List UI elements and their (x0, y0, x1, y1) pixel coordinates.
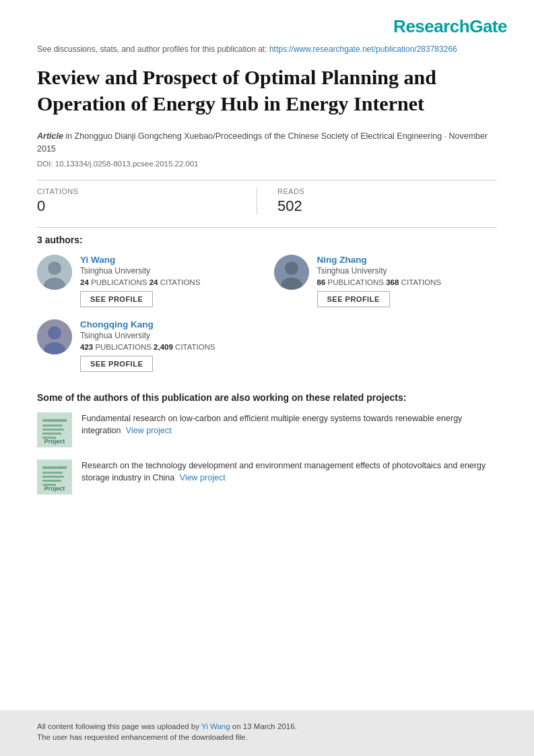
author-name-ning-zhang[interactable]: Ning Zhang (317, 255, 498, 265)
reads-box: READS 502 (257, 187, 497, 215)
article-title: Review and Prospect of Optimal Planning … (37, 64, 497, 117)
avatar-ning-zhang (274, 255, 309, 290)
yi-wang-citations: 24 (149, 278, 158, 286)
divider-top (37, 180, 497, 181)
related-projects-heading: Some of the authors of this publication … (37, 392, 497, 403)
authors-row-1: Yi Wang Tsinghua University 24 PUBLICATI… (37, 255, 497, 307)
article-doi: DOI: 10.13334/j.0258-8013.pcsee.2015.22.… (37, 160, 497, 168)
avatar-chongqing-kang (37, 319, 72, 354)
svg-point-1 (48, 261, 61, 275)
author-stats-chongqing-kang: 423 PUBLICATIONS 2,409 CITATIONS (80, 343, 267, 351)
researchgate-logo: ResearchGate (393, 16, 507, 37)
stats-row: CITATIONS 0 READS 502 (37, 187, 497, 215)
footer-date: on 13 March 2016. (232, 722, 297, 730)
author-affiliation-yi-wang: Tsinghua University (80, 266, 261, 276)
author-info-yi-wang: Yi Wang Tsinghua University 24 PUBLICATI… (80, 255, 261, 307)
reads-label: READS (277, 187, 497, 195)
article-in: in (65, 131, 74, 141)
ning-zhang-citations: 368 (386, 278, 399, 286)
yi-wang-pub-label: PUBLICATIONS (91, 278, 147, 286)
footer: All content following this page was uplo… (0, 710, 534, 756)
svg-rect-12 (42, 429, 64, 431)
chongqing-kang-citations: 2,409 (154, 343, 173, 351)
ning-zhang-publications: 86 (317, 278, 326, 286)
svg-rect-10 (42, 419, 67, 422)
author-card-chongqing-kang: Chongqing Kang Tsinghua University 423 P… (37, 319, 267, 372)
citations-label: CITATIONS (37, 187, 257, 195)
author-stats-yi-wang: 24 PUBLICATIONS 24 CITATIONS (80, 278, 261, 286)
see-profile-chongqing-kang[interactable]: SEE PROFILE (80, 356, 153, 372)
project-view-link-1[interactable]: View project (126, 426, 172, 435)
author-stats-ning-zhang: 86 PUBLICATIONS 368 CITATIONS (317, 278, 498, 286)
avatar-yi-wang (37, 255, 72, 290)
page: ResearchGate See discussions, stats, and… (0, 0, 534, 756)
author-affiliation-chongqing-kang: Tsinghua University (80, 331, 267, 340)
svg-rect-11 (42, 424, 63, 427)
article-type-label: Article (37, 131, 63, 141)
author-name-chongqing-kang[interactable]: Chongqing Kang (80, 319, 267, 329)
top-bar-text: See discussions, stats, and author profi… (37, 44, 267, 54)
article-journal: Zhongguo Dianji Gongcheng Xuebao/Proceed… (37, 131, 488, 154)
author-name-yi-wang[interactable]: Yi Wang (80, 255, 261, 265)
header: ResearchGate (0, 0, 534, 44)
see-profile-ning-zhang[interactable]: SEE PROFILE (317, 291, 390, 307)
project-item-1: Project Project Fundamental research on … (37, 412, 497, 447)
see-profile-yi-wang[interactable]: SEE PROFILE (80, 291, 153, 307)
author-affiliation-ning-zhang: Tsinghua University (317, 266, 498, 276)
svg-rect-18 (42, 476, 64, 478)
project-text-1: Fundamental research on low-carbon and e… (81, 412, 497, 438)
top-bar: See discussions, stats, and author profi… (0, 44, 534, 55)
project-icon-1: Project Project (37, 412, 72, 447)
author-card-yi-wang: Yi Wang Tsinghua University 24 PUBLICATI… (37, 255, 261, 307)
authors-row-2: Chongqing Kang Tsinghua University 423 P… (37, 319, 497, 372)
author-info-chongqing-kang: Chongqing Kang Tsinghua University 423 P… (80, 319, 267, 372)
project-icon-2: Project (37, 460, 72, 495)
svg-rect-13 (42, 433, 61, 435)
svg-rect-19 (42, 480, 61, 482)
yi-wang-cit-label: CITATIONS (160, 278, 201, 286)
svg-rect-16 (42, 466, 67, 469)
chongqing-kang-cit-label: CITATIONS (175, 343, 215, 351)
citations-box: CITATIONS 0 (37, 187, 257, 215)
project-text-2: Research on the technology development a… (81, 460, 497, 485)
project-view-link-2[interactable]: View project (180, 473, 226, 482)
footer-prefix: All content following this page was uplo… (37, 722, 199, 730)
authors-heading: 3 authors: (37, 234, 497, 245)
footer-line-1: All content following this page was uplo… (37, 722, 497, 730)
reads-value: 502 (277, 197, 497, 215)
related-projects-section: Some of the authors of this publication … (37, 392, 497, 495)
author-card-ning-zhang: Ning Zhang Tsinghua University 86 PUBLIC… (274, 255, 498, 307)
author-info-ning-zhang: Ning Zhang Tsinghua University 86 PUBLIC… (317, 255, 498, 307)
ning-zhang-cit-label: CITATIONS (401, 278, 442, 286)
project-item-2: Project Research on the technology devel… (37, 460, 497, 495)
chongqing-kang-publications: 423 (80, 343, 93, 351)
chongqing-kang-pub-label: PUBLICATIONS (95, 343, 152, 351)
footer-line-2: The user has requested enhancement of th… (37, 733, 497, 741)
article-meta: Article in Zhongguo Dianji Gongcheng Xue… (37, 130, 497, 156)
footer-uploader-link[interactable]: Yi Wang (201, 722, 230, 730)
svg-rect-17 (42, 472, 63, 474)
svg-point-4 (285, 261, 298, 275)
svg-point-7 (48, 326, 61, 340)
divider-bottom (37, 227, 497, 228)
yi-wang-publications: 24 (80, 278, 89, 286)
ning-zhang-pub-label: PUBLICATIONS (328, 278, 385, 286)
main-content: Review and Prospect of Optimal Planning … (0, 64, 534, 495)
citations-value: 0 (37, 197, 257, 215)
publication-url[interactable]: https://www.researchgate.net/publication… (269, 44, 457, 54)
